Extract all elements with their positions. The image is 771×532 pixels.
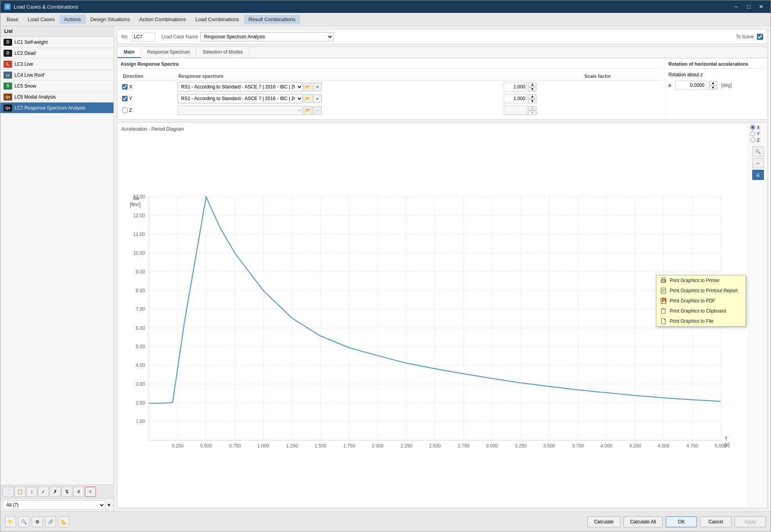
sidebar-item-lc3[interactable]: L LC3 Live <box>0 59 113 70</box>
print-to-report-label: Print Graphics to Printout Report <box>670 288 737 293</box>
alpha-input[interactable] <box>675 81 706 90</box>
alpha-down[interactable]: ▼ <box>709 86 717 90</box>
row-x-new-button[interactable]: + <box>313 83 322 91</box>
svg-text:0.250: 0.250 <box>172 443 184 449</box>
load-case-name-select[interactable]: Response Spectrum Analysis <box>200 32 333 41</box>
sidebar-item-lc2[interactable]: D LC2 Dead <box>0 48 113 59</box>
chart-print-button[interactable]: 🖨 <box>752 170 764 180</box>
calculate-all-button[interactable]: Calculate All <box>623 516 663 527</box>
print-to-pdf[interactable]: PDF Print Graphics to PDF <box>656 296 746 306</box>
row-y-scale-down[interactable]: ▼ <box>528 99 537 103</box>
sidebar-item-lc1[interactable]: D LC1 Self-weight <box>0 37 113 48</box>
svg-text:6.00: 6.00 <box>136 325 145 331</box>
menu-actions[interactable]: Actions <box>59 15 86 24</box>
chart-area: Acceleration - Period Diagram Sa [ft/s²] <box>117 122 748 508</box>
chart-title: Acceleration - Period Diagram <box>121 126 744 132</box>
menu-action-combinations[interactable]: Action Combinations <box>135 15 191 24</box>
minimize-button[interactable]: ─ <box>731 2 742 11</box>
row-y-checkbox[interactable] <box>122 96 128 101</box>
spectra-row-z: Z 📂 <box>121 104 662 116</box>
svg-text:1.750: 1.750 <box>343 443 355 449</box>
close-button[interactable]: ✕ <box>756 2 767 11</box>
rotation-section: Rotation of horizontal accelerations Rot… <box>665 58 767 119</box>
row-x-scale-input[interactable] <box>504 82 527 92</box>
reorder-lc-button[interactable]: ⇅ <box>61 487 72 497</box>
row-x-scale-up[interactable]: ▲ <box>528 83 537 87</box>
row-y-scale-up[interactable]: ▲ <box>528 94 537 99</box>
svg-text:3.750: 3.750 <box>572 443 584 449</box>
no-input[interactable] <box>132 32 155 41</box>
print-to-printer[interactable]: Print Graphics to Printer <box>656 275 746 286</box>
row-y-direction: Y <box>121 93 176 104</box>
direction-z-radio[interactable]: Z <box>750 137 766 142</box>
row-y-open-button[interactable]: 📂 <box>304 94 312 103</box>
print-to-printer-label: Print Graphics to Printer <box>670 278 720 283</box>
row-x-scale-down[interactable]: ▼ <box>528 87 537 92</box>
svg-text:4.750: 4.750 <box>686 443 699 449</box>
copy-lc-button[interactable]: 📋 <box>14 487 25 497</box>
svg-text:2.250: 2.250 <box>400 443 413 449</box>
print-to-report[interactable]: Print Graphics to Printout Report <box>656 286 746 296</box>
menu-load-combinations[interactable]: Load Combinations <box>191 15 244 24</box>
sidebar-item-lc7[interactable]: Qs LC7 Response Spectrum Analysis <box>0 102 113 113</box>
print-to-clipboard[interactable]: Print Graphics to Clipboard <box>656 306 746 316</box>
row-y-spectrum-select[interactable]: RS1 - According to Standard - ASCE 7 | 2… <box>178 94 303 103</box>
sidebar-item-lc4[interactable]: Lr LC4 Live Roof <box>0 70 113 81</box>
row-y-new-button[interactable]: + <box>313 94 322 103</box>
maximize-button[interactable]: □ <box>743 2 754 11</box>
menu-design-situations[interactable]: Design Situations <box>86 15 135 24</box>
filter-dropdown-icon[interactable]: ▼ <box>107 503 111 507</box>
row-z-scale-input <box>504 106 527 115</box>
svg-text:9.00: 9.00 <box>136 269 145 275</box>
ok-button[interactable]: OK <box>666 516 697 527</box>
sidebar-filter: All (7) ▼ <box>0 498 113 511</box>
chart-pan-button[interactable]: ↔ <box>752 158 764 168</box>
tab-selection-modes[interactable]: Selection of Modes <box>196 47 249 58</box>
direction-y-radio[interactable]: Y <box>750 131 766 136</box>
chart-zoom-button[interactable]: 🔍 <box>752 146 764 156</box>
lc3-name: LC3 Live <box>14 61 33 67</box>
spectra-row-y: Y RS1 - According to Standard - ASCE 7 |… <box>121 93 662 104</box>
title-bar: ⚙ Load Cases & Combinations ─ □ ✕ <box>0 0 771 13</box>
print-to-file[interactable]: Print Graphics to File <box>656 316 746 326</box>
row-x-spectrum-cell: RS1 - According to Standard - ASCE 7 | 2… <box>176 81 502 93</box>
bottom-icon-btn-5[interactable]: 📐 <box>58 516 69 527</box>
direction-x-radio[interactable]: X <box>750 125 766 130</box>
bottom-icon-btn-4[interactable]: 🔗 <box>45 516 56 527</box>
direction-radio-group: X Y Z <box>750 125 766 142</box>
alpha-up[interactable]: ▲ <box>709 81 717 85</box>
filter-select[interactable]: All (7) <box>3 500 105 510</box>
report-icon <box>660 288 667 294</box>
row-z-spectrum-cell: 📂 + <box>176 104 502 116</box>
row-x-open-button[interactable]: 📂 <box>304 83 312 91</box>
bottom-icon-btn-2[interactable]: 🔍 <box>18 516 29 527</box>
pdf-icon: PDF <box>660 298 667 304</box>
svg-text:12.00: 12.00 <box>133 213 145 218</box>
tab-main[interactable]: Main <box>117 47 141 58</box>
calculate-button[interactable]: Calculate <box>587 516 620 527</box>
apply-button[interactable]: Apply <box>735 516 766 527</box>
cancel-button[interactable]: Cancel <box>700 516 731 527</box>
check-lc-button[interactable]: ✓ <box>38 487 49 497</box>
uncheck-lc-button[interactable]: ✗ <box>50 487 61 497</box>
sidebar-item-lc5[interactable]: S LC5 Snow <box>0 81 113 92</box>
bottom-icon-btn-3[interactable]: ⚙ <box>32 516 43 527</box>
row-y-scale-input[interactable] <box>504 94 527 103</box>
move-lc-button[interactable]: ↕ <box>26 487 37 497</box>
row-x-spectrum-select[interactable]: RS1 - According to Standard - ASCE 7 | 2… <box>178 82 303 92</box>
bottom-icon-btn-1[interactable]: 📁 <box>5 516 16 527</box>
menu-base[interactable]: Base <box>2 15 23 24</box>
menu-result-combinations[interactable]: Result Combinations <box>244 15 300 24</box>
tab-response-spectrum[interactable]: Response Spectrum <box>141 47 196 58</box>
svg-text:PDF: PDF <box>662 298 667 303</box>
lc5-name: LC5 Snow <box>14 83 36 89</box>
row-x-checkbox[interactable] <box>122 84 128 90</box>
renumber-lc-button[interactable]: # <box>73 487 84 497</box>
to-solve-checkbox[interactable] <box>757 34 763 40</box>
delete-lc-button[interactable]: ✕ <box>85 487 96 497</box>
sidebar-item-lc6[interactable]: Qs LC6 Modal Analysis <box>0 92 113 102</box>
new-lc-button[interactable]: 📄 <box>3 487 14 497</box>
svg-text:3.500: 3.500 <box>543 443 555 449</box>
menu-load-cases[interactable]: Load Cases <box>23 15 59 24</box>
row-z-checkbox[interactable] <box>122 108 128 113</box>
